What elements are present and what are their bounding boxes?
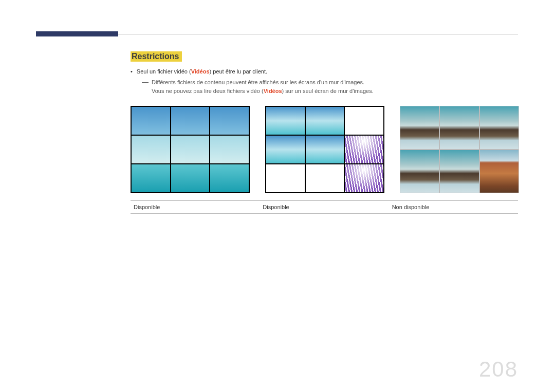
note2-pre: Vous ne pouvez pas lire deux fichiers vi… [152,88,264,94]
tile [210,107,249,135]
tile-empty [306,164,344,192]
bullet-text-post: ) peut être lu par client. [210,68,268,74]
bullet-dot: • [131,67,133,77]
videos-label-2: Vidéos [264,88,282,94]
tile-video [266,136,305,163]
caption-1: Disponible [131,201,260,213]
tile [210,136,249,163]
caption-row: Disponible Disponible Non disponible [131,200,518,214]
tile-video-a [400,106,439,149]
note-line-1: Différents fichiers de contenu peuvent ê… [152,78,374,87]
bullet-text: Seul un fichier vidéo (Vidéos) peut être… [137,67,267,77]
bullet-block: • Seul un fichier vidéo (Vidéos) peut êt… [131,67,518,96]
tile-video [306,136,344,163]
note2-post: ) sur un seul écran de mur d'images. [282,88,374,94]
caption-3: Non disponible [389,201,518,213]
videos-label: Vidéos [191,68,210,74]
tile [171,164,210,192]
header-rule [118,34,518,34]
tile-image [345,164,383,192]
tile-video-a [440,150,478,193]
videowall-grid-2 [265,106,384,193]
panel-available-2 [265,106,384,193]
videowall-grid-3 [400,106,519,193]
tile [132,107,170,135]
tile-video-b [480,150,519,193]
tile-video-a [480,106,519,149]
tile [171,136,210,163]
videowall-grid-1 [131,106,250,193]
tile-video [266,107,305,135]
content: Restrictions • Seul un fichier vidéo (Vi… [131,51,518,214]
caption-2: Disponible [260,201,388,213]
tile-empty [266,164,305,192]
tile [210,164,249,192]
tile-empty [345,107,383,135]
tile-video-a [400,150,439,193]
note: ― Différents fichiers de contenu peuvent… [131,78,518,96]
tile-video [306,107,344,135]
header-accent-bar [36,31,118,36]
bullet-item: • Seul un fichier vidéo (Vidéos) peut êt… [131,67,518,77]
note-text: Différents fichiers de contenu peuvent ê… [152,78,374,96]
videowall-panels [131,106,518,193]
tile-image [345,136,383,163]
tile [132,164,170,192]
note-line-2: Vous ne pouvez pas lire deux fichiers vi… [152,87,374,96]
tile [132,136,170,163]
page-number: 208 [479,357,518,382]
panel-not-available [400,106,519,193]
tile [171,107,210,135]
bullet-text-pre: Seul un fichier vidéo ( [137,68,191,74]
section-title: Restrictions [131,51,182,62]
dash-icon: ― [142,78,149,96]
panel-available-1 [131,106,250,193]
tile-video-a [440,106,478,149]
